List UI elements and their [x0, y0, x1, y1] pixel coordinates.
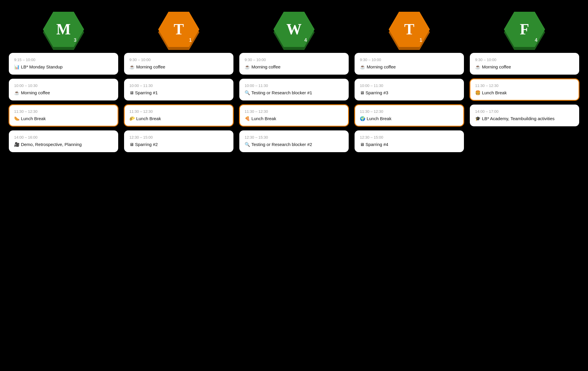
event-title: 🖥 Sparring #3: [360, 90, 459, 96]
events-list-wednesday: 9:30 – 10:00☕ Morning coffee10:00 – 11:3…: [239, 53, 349, 152]
event-title: 🖥 Sparring #1: [129, 90, 228, 96]
event-card[interactable]: 9:30 – 10:00☕ Morning coffee: [124, 53, 233, 75]
events-list-tuesday: 9:30 – 10:00☕ Morning coffee10:00 – 11:3…: [124, 53, 233, 152]
event-title: ☕ Morning coffee: [360, 64, 459, 70]
event-card[interactable]: 9:30 – 10:00☕ Morning coffee: [355, 53, 464, 75]
event-card[interactable]: 11:30 – 12:30🌮 Lunch Break: [124, 105, 233, 126]
event-card[interactable]: 10:00 – 11:30🔍 Testing or Research block…: [239, 79, 349, 100]
event-title: 🍔 Lunch Break: [475, 90, 574, 96]
day-column-monday: M39:15 – 10:00📊 LB* Monday Standup10:00 …: [9, 12, 118, 152]
events-list-monday: 9:15 – 10:00📊 LB* Monday Standup10:00 – …: [9, 53, 118, 152]
event-title: 🌍 Lunch Break: [360, 115, 459, 122]
event-time: 12:30 – 15:30: [245, 135, 343, 140]
event-time: 11:30 – 12:30: [14, 109, 113, 114]
day-letter: M: [56, 22, 71, 37]
event-card[interactable]: 10:00 – 11:30🖥 Sparring #1: [124, 79, 233, 100]
event-time: 14:00 – 17:00: [475, 109, 574, 114]
event-card[interactable]: 9:30 – 10:00☕ Morning coffee: [470, 53, 579, 75]
event-title: ☕ Morning coffee: [245, 64, 343, 70]
event-title: 🌮 Lunch Break: [129, 115, 228, 122]
event-card[interactable]: 10:00 – 11:30🖥 Sparring #3: [355, 79, 464, 100]
event-time: 9:15 – 10:00: [14, 58, 113, 62]
event-time: 11:30 – 12:30: [360, 109, 459, 114]
day-column-friday: F49:30 – 10:00☕ Morning coffee11:30 – 12…: [470, 12, 579, 152]
schedule-grid: M39:15 – 10:00📊 LB* Monday Standup10:00 …: [9, 12, 579, 152]
day-column-thursday: T19:30 – 10:00☕ Morning coffee10:00 – 11…: [355, 12, 464, 152]
event-time: 10:00 – 11:30: [129, 83, 228, 88]
event-card[interactable]: 14:00 – 17:00🎓 LB* Academy, Teambuilding…: [470, 105, 579, 126]
event-time: 9:30 – 10:00: [360, 58, 459, 62]
event-time: 11:30 – 12:30: [245, 109, 343, 114]
event-time: 9:30 – 10:00: [245, 58, 343, 62]
day-tile-thursday: T1: [386, 12, 433, 53]
day-number: 1: [189, 38, 192, 43]
event-card[interactable]: 14:00 – 16:00🎥 Demo, Retrospective, Plan…: [9, 130, 118, 152]
day-letter: T: [174, 22, 184, 37]
event-card[interactable]: 11:30 – 12:30🌍 Lunch Break: [355, 105, 464, 126]
event-title: ☕ Morning coffee: [14, 90, 113, 96]
event-time: 10:00 – 11:30: [245, 83, 343, 88]
event-title: 🎥 Demo, Retrospective, Planning: [14, 141, 113, 147]
event-card[interactable]: 12:30 – 15:00🖥 Sparring #4: [355, 130, 464, 152]
event-time: 9:30 – 10:00: [129, 58, 228, 62]
event-time: 14:00 – 16:00: [14, 135, 113, 140]
event-time: 12:30 – 15:00: [129, 135, 228, 140]
event-title: 🖥 Sparring #2: [129, 141, 228, 147]
event-card[interactable]: 11:30 – 12:30🌭 Lunch Break: [9, 105, 118, 126]
event-title: 🎓 LB* Academy, Teambuilding activities: [475, 115, 574, 122]
event-title: ☕ Morning coffee: [129, 64, 228, 70]
event-card[interactable]: 11:30 – 12:30🍕 Lunch Break: [239, 105, 349, 126]
day-letter: W: [286, 22, 302, 37]
event-title: 🔍 Testing or Research blocker #1: [245, 90, 343, 96]
event-title: 🔍 Testing or Research blocker #2: [245, 141, 343, 147]
day-column-wednesday: W49:30 – 10:00☕ Morning coffee10:00 – 11…: [239, 12, 349, 152]
event-title: 📊 LB* Monday Standup: [14, 64, 113, 70]
event-title: 🖥 Sparring #4: [360, 141, 459, 147]
event-time: 9:30 – 10:00: [475, 58, 574, 62]
day-letter: F: [520, 22, 529, 37]
day-tile-friday: F4: [501, 12, 548, 53]
day-number: 1: [420, 38, 422, 43]
day-tile-wednesday: W4: [270, 12, 318, 53]
event-card[interactable]: 11:30 – 12:30🍔 Lunch Break: [470, 79, 579, 100]
event-card[interactable]: 12:30 – 15:30🔍 Testing or Research block…: [239, 130, 349, 152]
event-title: 🌭 Lunch Break: [14, 115, 113, 122]
event-card[interactable]: 10:00 – 10:30☕ Morning coffee: [9, 79, 118, 100]
event-time: 11:30 – 12:30: [475, 83, 574, 88]
event-title: 🍕 Lunch Break: [245, 115, 343, 122]
event-time: 10:00 – 11:30: [360, 83, 459, 88]
event-time: 12:30 – 15:00: [360, 135, 459, 140]
event-time: 10:00 – 10:30: [14, 83, 113, 88]
event-card[interactable]: 9:15 – 10:00📊 LB* Monday Standup: [9, 53, 118, 75]
day-column-tuesday: T19:30 – 10:00☕ Morning coffee10:00 – 11…: [124, 12, 233, 152]
day-number: 4: [535, 38, 537, 43]
day-letter: T: [404, 22, 415, 37]
event-title: ☕ Morning coffee: [475, 64, 574, 70]
events-list-friday: 9:30 – 10:00☕ Morning coffee11:30 – 12:3…: [470, 53, 579, 126]
day-number: 4: [304, 38, 307, 43]
day-number: 3: [74, 38, 76, 43]
day-tile-monday: M3: [40, 12, 87, 53]
event-card[interactable]: 9:30 – 10:00☕ Morning coffee: [239, 53, 349, 75]
events-list-thursday: 9:30 – 10:00☕ Morning coffee10:00 – 11:3…: [355, 53, 464, 152]
day-tile-tuesday: T1: [155, 12, 202, 53]
event-time: 11:30 – 12:30: [129, 109, 228, 114]
event-card[interactable]: 12:30 – 15:00🖥 Sparring #2: [124, 130, 233, 152]
